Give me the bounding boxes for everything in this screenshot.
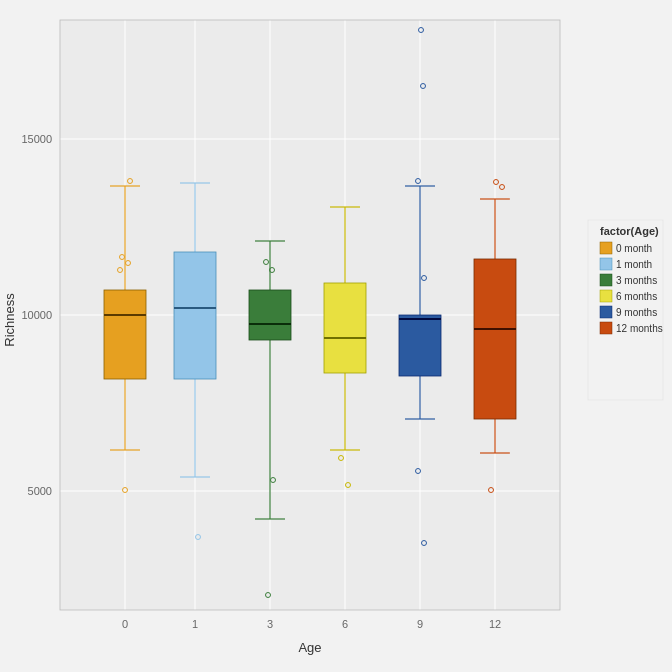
legend-color-1 — [600, 258, 612, 270]
y-tick-15000: 15000 — [21, 133, 52, 145]
x-tick-1: 1 — [192, 618, 198, 630]
legend-color-12 — [600, 322, 612, 334]
legend-label-6: 6 months — [616, 291, 657, 302]
box12-rect — [474, 259, 516, 419]
box0-rect — [104, 290, 146, 379]
legend-label-1: 1 month — [616, 259, 652, 270]
legend-color-3 — [600, 274, 612, 286]
x-tick-3: 3 — [267, 618, 273, 630]
box9-rect — [399, 315, 441, 376]
box1-rect — [174, 252, 216, 379]
y-tick-10000: 10000 — [21, 309, 52, 321]
legend-color-6 — [600, 290, 612, 302]
box6-rect — [324, 283, 366, 373]
legend-label-9: 9 months — [616, 307, 657, 318]
x-tick-12: 12 — [489, 618, 501, 630]
chart-container: 5000 10000 15000 0 1 3 6 9 12 Age Richne… — [0, 0, 672, 672]
x-tick-9: 9 — [417, 618, 423, 630]
legend-color-9 — [600, 306, 612, 318]
legend-label-12: 12 months — [616, 323, 663, 334]
x-tick-6: 6 — [342, 618, 348, 630]
legend-label-0: 0 month — [616, 243, 652, 254]
boxplot-chart: 5000 10000 15000 0 1 3 6 9 12 Age Richne… — [0, 0, 672, 672]
legend-color-0 — [600, 242, 612, 254]
x-axis-label: Age — [298, 640, 321, 655]
legend-label-3: 3 months — [616, 275, 657, 286]
y-axis-label: Richness — [2, 293, 17, 347]
y-tick-5000: 5000 — [28, 485, 52, 497]
box3-rect — [249, 290, 291, 340]
x-tick-0: 0 — [122, 618, 128, 630]
legend-title: factor(Age) — [600, 225, 659, 237]
